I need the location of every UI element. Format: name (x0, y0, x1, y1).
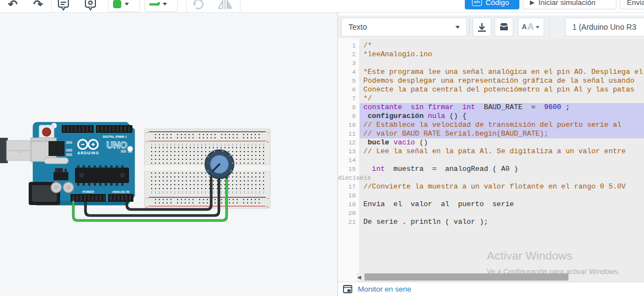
wire-style-dropdown[interactable] (144, 0, 178, 12)
toolbar-divider (51, 0, 52, 12)
rotate-icon[interactable] (190, 0, 206, 12)
library-archive-icon (499, 23, 509, 31)
code-line: 9 configuración nula () { (338, 112, 644, 121)
reset-button[interactable] (39, 125, 54, 139)
code-line: 18 (338, 191, 644, 200)
power-pin-header[interactable] (71, 194, 106, 202)
line-number: 9 (338, 112, 359, 121)
code-line: 10// Establece la velocidad de transmisi… (338, 121, 644, 130)
rail-minus-label: – (146, 130, 148, 134)
send-button-label: Envia (627, 0, 644, 7)
line-number: 10 (338, 121, 359, 130)
capacitor-top (54, 185, 58, 190)
line-number: 21 (338, 218, 359, 227)
line-number: 1 (338, 41, 359, 50)
code-editor[interactable]: 1/*2*leeAnalogio.ino34*Este programa lee… (338, 39, 644, 273)
serial-monitor-icon (343, 285, 352, 293)
edit-mode-select[interactable]: Texto (341, 18, 467, 36)
rail-minus-label: – (146, 196, 148, 200)
code-line: 15 int muestra = analogRead ( A0 ) (338, 165, 644, 174)
code-line: 3 (338, 59, 644, 68)
font-size-large-A: A (527, 21, 534, 33)
rail-plus-label: + (146, 139, 148, 144)
analog-pin-header[interactable] (108, 194, 133, 202)
undo-icon[interactable]: ↶ (4, 0, 21, 12)
start-simulation-label: Iniciar simulación (538, 0, 595, 7)
libraries-button[interactable] (495, 18, 513, 36)
line-number: 7 (338, 94, 359, 103)
line-number: 5 (338, 77, 359, 85)
line-number: 6 (338, 85, 359, 94)
code-panel-header: Texto A A 1 (Arduino Uno R3 (338, 15, 644, 39)
font-size-small-A: A (522, 23, 527, 31)
label-badge-icon (84, 0, 97, 11)
digital-pin-header[interactable] (62, 125, 132, 133)
horizontal-scrollbar[interactable]: ◀ (338, 273, 644, 282)
digital-pwm-label: DIGITAL (PWM~) (103, 135, 127, 138)
line-number: 8 (338, 103, 359, 112)
circuit-svg: DIGITAL (PWM~) L TX RX ON ARDUINO UNO (0, 12, 337, 296)
circuit-canvas[interactable]: DIGITAL (PWM~) L TX RX ON ARDUINO UNO (0, 12, 337, 296)
line-number: 12 (338, 138, 359, 147)
line-number: 13 (338, 147, 359, 156)
line-number: 19 (338, 200, 359, 209)
scrollbar-thumb[interactable] (364, 273, 568, 281)
code-line: 19Envia el valor al puerto serie (338, 200, 644, 209)
color-picker-dropdown[interactable] (108, 0, 140, 12)
arduino-uno[interactable]: DIGITAL (PWM~) L TX RX ON ARDUINO UNO (29, 122, 135, 205)
code-line: 2*leeAnalogio.ino (338, 50, 644, 59)
code-line: 14 (338, 156, 644, 165)
code-line: 4*Este programa lee una señal analógica … (338, 68, 644, 77)
start-simulation-button[interactable]: ▶ Iniciar simulación (523, 0, 616, 9)
usb-controller-chip (49, 141, 65, 156)
header-divider (549, 17, 549, 37)
crystal-oscillator (44, 158, 68, 164)
send-button[interactable]: Envia (620, 0, 644, 9)
rail-plus-label: + (266, 204, 269, 209)
chevron-down-icon (125, 3, 129, 6)
chevron-down-icon (455, 26, 460, 29)
code-lines: 1/*2*leeAnalogio.ino34*Este programa lee… (338, 41, 644, 227)
code-line: 21De serie . println ( valor ); (338, 218, 644, 227)
line-number: 11 (338, 130, 359, 138)
line-number: 17 (338, 182, 359, 191)
board-select-label: 1 (Arduino Uno R3 (572, 23, 636, 31)
rail-minus-label: – (267, 130, 269, 134)
line-number: 15 (338, 165, 359, 174)
download-icon (477, 23, 486, 32)
notes-icon[interactable] (55, 0, 72, 12)
mirror-icon[interactable] (214, 0, 236, 12)
code-button[interactable]: </> Código (465, 0, 519, 9)
line-number: 3 (338, 59, 359, 68)
rail-minus-label: – (267, 196, 269, 200)
code-line: 20 (338, 209, 644, 218)
capacitor-top (66, 185, 71, 190)
line-number: 20 (338, 209, 359, 218)
code-panel: Texto A A 1 (Arduino Uno R3 (337, 12, 644, 296)
redo-icon[interactable]: ↷ (30, 0, 46, 12)
usb-cable[interactable] (0, 138, 33, 163)
rotate-icon (192, 0, 204, 10)
color-swatch-green (113, 0, 121, 8)
code-line: 13// Lee la señal en la pata Al. Se digi… (338, 147, 644, 156)
atmega-chip (75, 165, 129, 186)
code-line: 6Conecte la pata central del potenciómet… (338, 85, 644, 94)
code-line: 7*/ (338, 94, 644, 103)
component-labels-icon[interactable] (82, 0, 99, 12)
code-button-label: Código (486, 0, 509, 7)
code-line: 8constante sin firmar int BAUD_RATE = 96… (338, 103, 644, 112)
wire-swatch-green (149, 3, 159, 6)
analog-in-label: ANALOG IN (112, 190, 130, 193)
line-number: 14 (338, 156, 359, 165)
edit-mode-label: Texto (348, 23, 367, 31)
scroll-left-arrow[interactable]: ◀ (357, 275, 361, 280)
svg-text:ON: ON (128, 150, 132, 153)
download-code-button[interactable] (473, 18, 491, 36)
top-toolbar: ↶ ↷ (0, 0, 644, 13)
code-line: 17//Convierte la muestra a un valor flot… (338, 182, 644, 191)
chevron-down-icon (163, 3, 167, 6)
board-select[interactable]: 1 (Arduino Uno R3 (565, 18, 644, 36)
serial-monitor-label: Monitor en serie (358, 285, 411, 293)
font-size-dropdown[interactable]: A A (518, 18, 544, 36)
serial-monitor-bar[interactable]: Monitor en serie (338, 282, 644, 296)
